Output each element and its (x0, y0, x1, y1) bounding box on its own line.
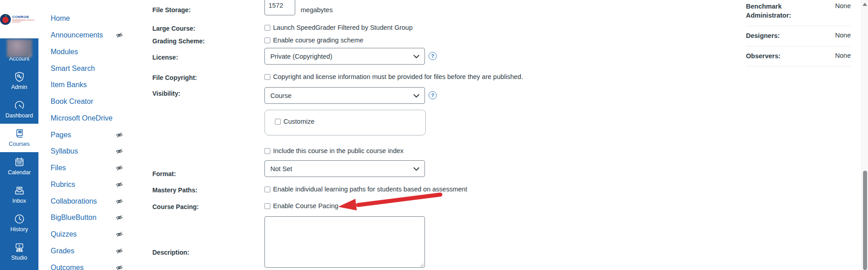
eye-off-icon (116, 32, 123, 39)
course-nav-book-creator[interactable]: Book Creator (51, 93, 123, 110)
eye-off-icon (116, 264, 123, 270)
course-nav-label: Modules (51, 48, 78, 56)
public-index-checkbox-row[interactable]: Include this course in the public course… (264, 147, 404, 154)
chevron-down-icon (413, 94, 420, 98)
course-nav-label: Smart Search (51, 65, 95, 73)
course-nav-modules[interactable]: Modules (51, 44, 123, 61)
course-nav-collaborations[interactable]: Collaborations (51, 193, 123, 209)
sidebar-item-inbox[interactable]: Inbox (0, 181, 38, 209)
course-navigation-menu: Home Announcements Modules Smart Search … (51, 10, 123, 270)
course-nav-label: Item Banks (51, 81, 87, 89)
role-row: Designers: None (746, 26, 851, 47)
shield-key-icon (14, 70, 25, 83)
course-nav-label: Home (51, 14, 70, 23)
scroll-up-arrow[interactable] (863, 3, 867, 6)
sidebar-item-studio[interactable]: Studio (0, 237, 38, 266)
role-value: None (835, 32, 851, 39)
help-icon[interactable]: ? (429, 91, 437, 99)
course-nav-rubrics[interactable]: Rubrics (51, 177, 123, 193)
global-nav-sidebar: CONROE INDEPENDENT SCHOOL DISTRICT Accou… (0, 0, 38, 270)
speedgrader-filter-checkbox-row[interactable]: Launch SpeedGrader Filtered by Student G… (264, 24, 413, 31)
sidebar-item-label: History (10, 226, 28, 233)
format-select[interactable]: Not Set (264, 160, 425, 177)
course-nav-label: Grades (51, 247, 74, 255)
sidebar-item-courses[interactable]: Courses (0, 124, 38, 152)
textarea-resize-handle[interactable] (420, 263, 424, 267)
visibility-customize-panel: Customize (264, 110, 426, 135)
course-nav-pages[interactable]: Pages (51, 126, 123, 143)
course-nav-label: Syllabus (51, 147, 78, 155)
course-nav-home[interactable]: Home (51, 10, 123, 27)
select-value: Not Set (270, 165, 292, 172)
red-arrow-annotation (335, 191, 445, 212)
eye-off-icon (116, 164, 123, 172)
sidebar-item-label: Calendar (8, 169, 31, 176)
grading-scheme-checkbox-row[interactable]: Enable course grading scheme (264, 37, 363, 44)
description-textarea[interactable] (264, 216, 425, 268)
checkbox[interactable] (264, 203, 270, 209)
district-logo[interactable]: CONROE INDEPENDENT SCHOOL DISTRICT (0, 0, 38, 38)
course-nav-grades[interactable]: Grades (51, 243, 123, 260)
customize-checkbox-row[interactable]: Customize (275, 118, 315, 125)
course-nav-files[interactable]: Files (51, 160, 123, 177)
sidebar-item-label: Courses (9, 141, 30, 147)
sidebar-item-history[interactable]: History (0, 209, 38, 237)
checkbox-label: Customize (283, 118, 315, 125)
sidebar-item-label: Admin (11, 84, 27, 90)
role-label: Designers: (746, 32, 780, 41)
sidebar-item-calendar[interactable]: Calendar (0, 152, 38, 181)
license-label: License: (152, 54, 178, 61)
license-select[interactable]: Private (Copyrighted) (264, 48, 425, 65)
clock-icon (14, 213, 25, 225)
checkbox[interactable] (264, 25, 270, 31)
course-nav-label: Outcomes (51, 264, 84, 270)
course-nav-outcomes[interactable]: Outcomes (51, 259, 123, 270)
studio-icon (14, 241, 25, 254)
checkbox-label: Launch SpeedGrader Filtered by Student G… (273, 24, 413, 31)
eye-off-icon (116, 148, 123, 155)
course-nav-syllabus[interactable]: Syllabus (51, 143, 123, 160)
course-nav-label: Files (51, 164, 66, 172)
course-nav-label: Announcements (51, 31, 103, 39)
checkbox[interactable] (264, 74, 270, 80)
scrollbar-thumb[interactable] (863, 171, 867, 270)
checkbox[interactable] (264, 37, 270, 43)
logo-subtitle: INDEPENDENT SCHOOL DISTRICT (12, 19, 38, 23)
course-nav-bigbluebutton[interactable]: BigBlueButton (51, 209, 123, 226)
checkbox-label: Enable course grading scheme (273, 37, 363, 44)
format-label: Format: (152, 170, 176, 177)
sidebar-item-account[interactable]: Account (0, 38, 38, 67)
checkbox-label: Copyright and license information must b… (273, 73, 523, 80)
logo-title: CONROE (12, 15, 38, 19)
course-nav-microsoft-onedrive[interactable]: Microsoft OneDrive (51, 110, 123, 127)
course-nav-quizzes[interactable]: Quizzes (51, 226, 123, 243)
scrollbar[interactable] (861, 0, 868, 270)
file-storage-label: File Storage: (152, 6, 191, 14)
help-icon[interactable]: ? (429, 52, 437, 60)
sidebar-item-admin[interactable]: Admin (0, 67, 38, 95)
sidebar-item-dashboard[interactable]: Dashboard (0, 95, 38, 124)
course-pacing-checkbox-row[interactable]: Enable Course Pacing (264, 202, 338, 209)
visibility-select[interactable]: Course (264, 87, 425, 104)
course-nav-announcements[interactable]: Announcements (51, 27, 123, 44)
book-icon (14, 127, 25, 140)
course-nav-item-banks[interactable]: Item Banks (51, 77, 123, 93)
role-row: Observers: None (746, 47, 851, 67)
conroe-logo-icon (0, 14, 11, 25)
checkbox[interactable] (275, 119, 281, 125)
file-copyright-checkbox-row[interactable]: Copyright and license information must b… (264, 73, 523, 80)
file-storage-input[interactable] (264, 0, 295, 15)
gauge-icon (14, 99, 25, 112)
checkbox[interactable] (264, 148, 270, 154)
role-label: Observers: (746, 52, 781, 61)
checkbox-label: Enable Course Pacing (273, 202, 338, 209)
eye-off-icon (116, 231, 123, 238)
checkbox[interactable] (264, 186, 270, 192)
course-nav-label: Quizzes (51, 230, 77, 238)
course-nav-label: Collaborations (51, 197, 97, 205)
course-nav-smart-search[interactable]: Smart Search (51, 60, 123, 77)
course-pacing-label: Course Pacing: (152, 203, 199, 210)
sidebar-item-label: Inbox (12, 198, 26, 204)
chevron-down-icon (413, 55, 420, 59)
description-label: Description: (152, 249, 189, 256)
